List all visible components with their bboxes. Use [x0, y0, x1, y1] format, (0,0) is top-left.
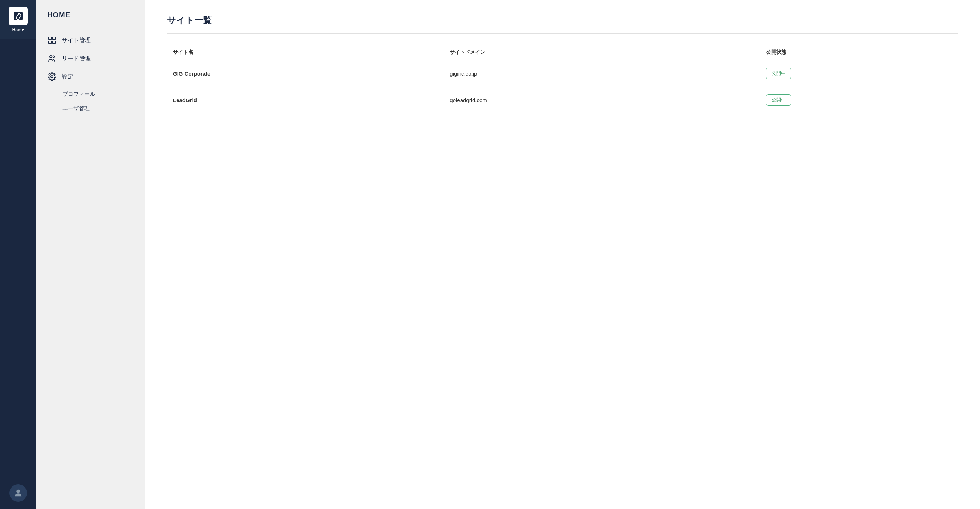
table-row: GIG Corporate giginc.co.jp 公開中	[167, 61, 958, 87]
sidebar-item-lead-management-label: リード管理	[62, 55, 91, 62]
sidebar-item-lead-management[interactable]: リード管理	[36, 49, 145, 68]
page-title: サイト一覧	[167, 14, 958, 26]
svg-rect-4	[52, 37, 55, 40]
sidebar-sub-item-user-management[interactable]: ユーザ管理	[36, 101, 145, 116]
logo-icon	[12, 10, 24, 22]
logo-label: Home	[12, 28, 24, 32]
sidebar-item-settings-label: 設定	[62, 73, 73, 81]
sidebar-sub-item-user-management-label: ユーザ管理	[62, 105, 90, 111]
site-status-cell-gig-corporate: 公開中	[760, 61, 958, 87]
site-name-gig-corporate: GIG Corporate	[167, 61, 444, 87]
sidebar-sub-item-profile[interactable]: プロフィール	[36, 87, 145, 101]
logo-button[interactable]: Home	[0, 0, 36, 39]
site-status-cell-leadgrid: 公開中	[760, 87, 958, 113]
table-row: LeadGrid goleadgrid.com 公開中	[167, 87, 958, 113]
table-header: サイト名 サイトドメイン 公開状態	[167, 45, 958, 61]
user-avatar-button[interactable]	[10, 484, 27, 502]
gear-icon	[47, 72, 57, 81]
title-divider	[167, 34, 958, 34]
sites-table: サイト名 サイトドメイン 公開状態 GIG Corporate giginc.c…	[167, 45, 958, 113]
column-header-site-name: サイト名	[167, 45, 444, 61]
status-badge-gig-corporate[interactable]: 公開中	[766, 68, 791, 79]
grid-icon	[47, 36, 57, 45]
site-domain-gig-corporate: giginc.co.jp	[444, 61, 760, 87]
site-domain-leadgrid: goleadgrid.com	[444, 87, 760, 113]
svg-rect-6	[52, 41, 55, 44]
site-name-leadgrid: LeadGrid	[167, 87, 444, 113]
sidebar-header: HOME	[36, 7, 145, 26]
settings-sub-items: プロフィール ユーザ管理	[36, 87, 145, 116]
column-header-site-domain: サイトドメイン	[444, 45, 760, 61]
svg-rect-3	[49, 37, 51, 40]
svg-point-9	[51, 76, 53, 78]
sidebar-item-site-management[interactable]: サイト管理	[36, 31, 145, 49]
svg-point-8	[53, 56, 55, 58]
user-avatar-icon	[13, 488, 23, 498]
svg-rect-5	[49, 41, 51, 44]
table-body: GIG Corporate giginc.co.jp 公開中 LeadGrid …	[167, 61, 958, 113]
table-header-row: サイト名 サイトドメイン 公開状態	[167, 45, 958, 61]
sidebar-item-settings[interactable]: 設定	[36, 68, 145, 86]
svg-point-7	[50, 56, 52, 58]
sidebar-item-site-management-label: サイト管理	[62, 37, 91, 45]
icon-bar: Home	[0, 0, 36, 509]
users-icon	[47, 54, 57, 63]
column-header-publish-status: 公開状態	[760, 45, 958, 61]
status-badge-leadgrid[interactable]: 公開中	[766, 94, 791, 106]
logo-box	[9, 6, 28, 26]
sidebar-title: HOME	[47, 11, 70, 19]
user-avatar-area	[2, 477, 34, 509]
sidebar: HOME サイト管理 リード管理	[36, 0, 145, 509]
svg-point-2	[16, 490, 20, 493]
sidebar-sub-item-profile-label: プロフィール	[62, 91, 95, 97]
main-content: サイト一覧 サイト名 サイトドメイン 公開状態 GIG Corporate gi…	[145, 0, 980, 509]
